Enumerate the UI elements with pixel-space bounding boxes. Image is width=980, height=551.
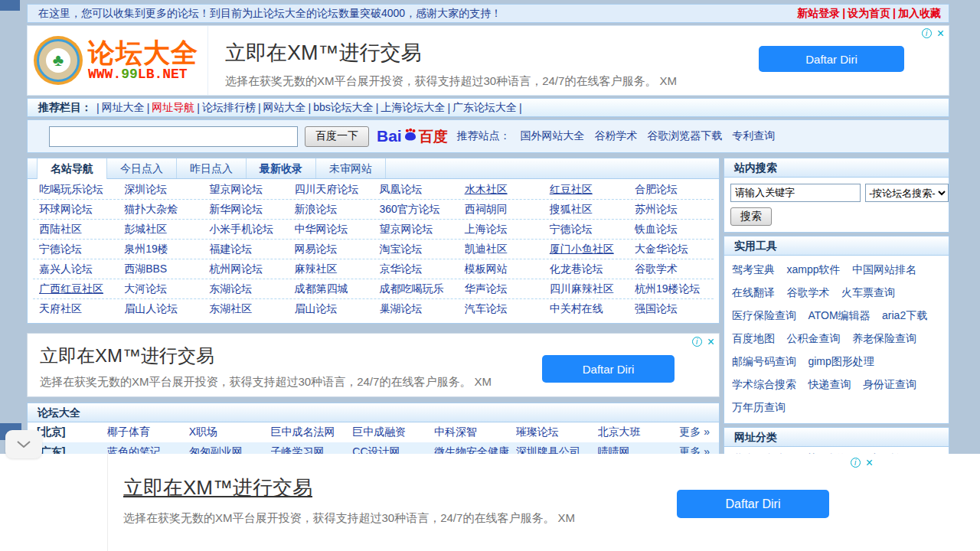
forum-link[interactable]: 上海论坛 bbox=[459, 223, 544, 236]
forum-link[interactable]: 成都第四城 bbox=[288, 282, 373, 296]
forum-link[interactable]: 强国论坛 bbox=[629, 302, 714, 316]
ad-close-icon[interactable]: × bbox=[866, 458, 873, 468]
set-homepage-link[interactable]: 设为首页 bbox=[848, 7, 890, 19]
forum-link[interactable]: 广西红豆社区 bbox=[33, 282, 118, 296]
forum-link[interactable]: 模板网站 bbox=[459, 262, 544, 276]
ad-info-icon[interactable]: i bbox=[922, 28, 932, 38]
forum-link[interactable]: 中关村在线 bbox=[544, 302, 629, 316]
ad-close-icon[interactable]: × bbox=[707, 337, 714, 347]
tool-link[interactable]: 在线翻译 bbox=[732, 281, 775, 304]
forum-link[interactable]: 杭州19楼论坛 bbox=[629, 282, 714, 296]
site-link-patent-search[interactable]: 专利查询 bbox=[732, 129, 775, 142]
nav-link-bbs-daquan[interactable]: bbs论坛大全 bbox=[313, 101, 374, 115]
ad-headline-link[interactable]: 立即在XM™进行交易 bbox=[123, 474, 312, 501]
tool-link[interactable]: 中国网站排名 bbox=[852, 258, 916, 281]
region-forum-link[interactable]: 璀璨论坛 bbox=[516, 425, 598, 439]
ad-cta-button[interactable]: Daftar Diri bbox=[542, 355, 675, 383]
forum-link[interactable]: 东湖论坛 bbox=[203, 282, 288, 296]
forum-link[interactable]: 猫扑大杂烩 bbox=[118, 203, 203, 217]
region-forum-link[interactable]: 巨中成融资 bbox=[352, 425, 434, 439]
forum-link[interactable]: 合肥论坛 bbox=[629, 183, 714, 197]
forum-link[interactable]: 汽车论坛 bbox=[459, 302, 544, 316]
tool-link[interactable]: 医疗保险查询 bbox=[732, 304, 796, 327]
region-forum-link[interactable]: 北京大班 bbox=[598, 425, 680, 439]
forum-link[interactable]: 中华网论坛 bbox=[288, 223, 373, 236]
forum-link[interactable]: 西湖BBS bbox=[118, 262, 203, 276]
forum-link[interactable]: 四川麻辣社区 bbox=[544, 282, 629, 296]
tool-link[interactable]: 万年历查询 bbox=[732, 396, 786, 419]
tool-link[interactable]: 养老保险查询 bbox=[852, 327, 916, 350]
region-forum-link[interactable]: X职场 bbox=[189, 425, 271, 439]
tool-link[interactable]: 学术综合搜索 bbox=[732, 373, 796, 396]
nav-link-wangzhi-daquan[interactable]: 网址大全 bbox=[102, 101, 145, 115]
tool-link[interactable]: ATOM编辑器 bbox=[808, 304, 870, 327]
nav-link-wangzhi-daohang[interactable]: 网址导航 bbox=[152, 101, 194, 115]
site-link-chrome-download[interactable]: 谷歌浏览器下载 bbox=[647, 129, 722, 142]
site-link-gufen-xueshu[interactable]: 谷粉学术 bbox=[594, 129, 637, 142]
forum-link[interactable]: 水木社区 bbox=[459, 183, 544, 197]
tool-link[interactable]: 快递查询 bbox=[808, 373, 851, 396]
forum-link[interactable]: 华声论坛 bbox=[459, 282, 544, 296]
nav-link-guangdong-luntan[interactable]: 广东论坛大全 bbox=[452, 101, 517, 115]
tool-link[interactable]: aria2下载 bbox=[882, 304, 927, 327]
tool-link[interactable]: 邮编号码查询 bbox=[732, 350, 796, 373]
forum-link[interactable]: 化龙巷论坛 bbox=[544, 262, 629, 276]
tool-link[interactable]: gimp图形处理 bbox=[808, 350, 874, 373]
ad-info-icon[interactable]: i bbox=[692, 337, 702, 347]
forum-link[interactable]: 环球网论坛 bbox=[33, 203, 118, 217]
forum-link[interactable]: 杭州网论坛 bbox=[203, 262, 288, 276]
forum-link[interactable]: 大河论坛 bbox=[118, 282, 203, 296]
tool-link[interactable]: 驾考宝典 bbox=[732, 258, 775, 281]
region-forum-link[interactable]: 椰子体育 bbox=[107, 425, 189, 439]
site-link-foreign-sites[interactable]: 国外网站大全 bbox=[521, 129, 585, 142]
nav-link-wangzhan-daquan[interactable]: 网站大全 bbox=[263, 101, 306, 115]
forum-link[interactable]: 麻辣社区 bbox=[288, 262, 373, 276]
forum-link[interactable]: 眉山人论坛 bbox=[118, 302, 203, 316]
tab-yesterday-in[interactable]: 昨日点入 bbox=[177, 158, 247, 178]
ad-close-icon[interactable]: × bbox=[937, 28, 944, 38]
forum-link[interactable]: 嘉兴人论坛 bbox=[33, 262, 118, 276]
baidu-search-button[interactable]: 百度一下 bbox=[305, 126, 369, 147]
tool-link[interactable]: xampp软件 bbox=[786, 258, 840, 281]
tool-link[interactable]: 身份证查询 bbox=[863, 373, 916, 396]
tab-newly-included[interactable]: 最新收录 bbox=[247, 158, 316, 178]
tool-link[interactable]: 公积金查询 bbox=[786, 327, 840, 350]
forum-link[interactable]: 福建论坛 bbox=[203, 243, 288, 256]
tool-link[interactable]: 火车票查询 bbox=[841, 281, 895, 304]
more-link[interactable]: 更多 » bbox=[679, 425, 710, 439]
forum-link[interactable]: 铁血论坛 bbox=[629, 223, 714, 236]
forum-link[interactable]: 淘宝论坛 bbox=[374, 243, 459, 256]
forum-link[interactable]: 苏州论坛 bbox=[629, 203, 714, 217]
forum-link[interactable]: 天府社区 bbox=[33, 302, 118, 316]
forum-link[interactable]: 望京网论坛 bbox=[374, 223, 459, 236]
ad-cta-button[interactable]: Daftar Diri bbox=[759, 46, 904, 72]
forum-link[interactable]: 凤凰论坛 bbox=[374, 183, 459, 197]
forum-link[interactable]: 西陆社区 bbox=[33, 223, 118, 236]
forum-link[interactable]: 东湖社区 bbox=[203, 302, 288, 316]
forum-link[interactable]: 吃喝玩乐论坛 bbox=[33, 183, 118, 197]
new-site-login-link[interactable]: 新站登录 bbox=[797, 7, 840, 19]
tool-link[interactable]: 谷歌学术 bbox=[786, 281, 829, 304]
region-forum-link[interactable]: 中科深智 bbox=[434, 425, 516, 439]
bottom-anchor-ad[interactable]: i × 立即在XM™进行交易 选择在获奖无数的XM平台展开投资，获得支持超过30… bbox=[0, 454, 980, 551]
tab-today-in[interactable]: 今日点入 bbox=[107, 158, 177, 178]
forum-link[interactable]: 厦门小鱼社区 bbox=[544, 243, 629, 256]
site-logo[interactable]: ♣ 论坛大全 WWW.99LB.NET bbox=[28, 26, 208, 95]
tab-unreviewed[interactable]: 未审网站 bbox=[316, 158, 386, 178]
forum-link[interactable]: 四川天府论坛 bbox=[288, 183, 373, 197]
tab-famous-nav[interactable]: 名站导航 bbox=[37, 158, 107, 179]
nav-link-luntan-ranking[interactable]: 论坛排行榜 bbox=[202, 101, 256, 115]
add-favorite-link[interactable]: 加入收藏 bbox=[898, 7, 941, 19]
forum-link[interactable]: 宁德论坛 bbox=[544, 223, 629, 236]
forum-link[interactable]: 宁德论坛 bbox=[33, 243, 118, 256]
region-forum-link[interactable]: 巨中成名法网 bbox=[271, 425, 353, 439]
tool-link[interactable]: 百度地图 bbox=[732, 327, 775, 350]
forum-link[interactable]: 大金华论坛 bbox=[629, 243, 714, 256]
site-search-button[interactable]: 搜索 bbox=[730, 207, 772, 226]
forum-link[interactable]: 彭城社区 bbox=[118, 223, 203, 236]
anchor-ad-collapse-button[interactable] bbox=[5, 430, 42, 458]
ad-cta-button[interactable]: Daftar Diri bbox=[677, 490, 829, 518]
header-ad[interactable]: i × 立即在XM™进行交易 选择在获奖无数的XM平台展开投资，获得支持超过30… bbox=[208, 26, 949, 95]
keyword-input[interactable] bbox=[730, 184, 861, 202]
forum-link[interactable]: 西祠胡同 bbox=[459, 203, 544, 217]
